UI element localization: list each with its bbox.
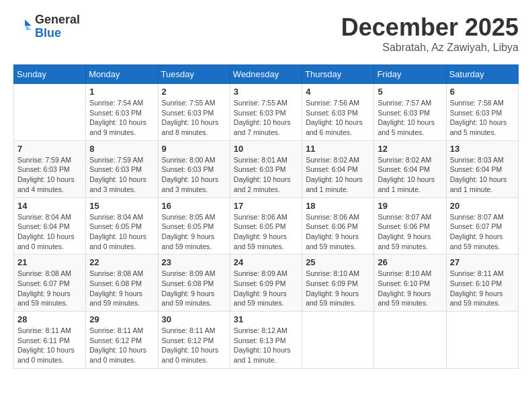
calendar-cell: 4Sunrise: 7:56 AM Sunset: 6:03 PM Daylig…: [302, 84, 374, 141]
cell-content: Sunrise: 8:06 AM Sunset: 6:05 PM Dayligh…: [234, 212, 298, 252]
cell-content: Sunrise: 7:54 AM Sunset: 6:03 PM Dayligh…: [89, 98, 154, 138]
day-number: 7: [17, 144, 82, 154]
weekday-header: Saturday: [446, 65, 518, 84]
day-number: 14: [17, 201, 82, 211]
calendar-table: SundayMondayTuesdayWednesdayThursdayFrid…: [13, 64, 519, 369]
weekday-header-row: SundayMondayTuesdayWednesdayThursdayFrid…: [14, 65, 519, 84]
calendar-cell: 12Sunrise: 8:02 AM Sunset: 6:04 PM Dayli…: [374, 140, 446, 197]
day-number: 26: [378, 257, 442, 267]
day-number: 8: [89, 144, 154, 154]
cell-content: Sunrise: 8:07 AM Sunset: 6:07 PM Dayligh…: [450, 212, 515, 252]
calendar-cell: 7Sunrise: 7:59 AM Sunset: 6:03 PM Daylig…: [14, 140, 86, 197]
cell-content: Sunrise: 8:02 AM Sunset: 6:04 PM Dayligh…: [378, 155, 442, 195]
logo-line2: Blue: [35, 26, 61, 40]
cell-content: Sunrise: 8:05 AM Sunset: 6:05 PM Dayligh…: [162, 212, 226, 252]
svg-marker-0: [25, 19, 31, 26]
calendar-cell: 31Sunrise: 8:12 AM Sunset: 6:13 PM Dayli…: [230, 312, 302, 369]
calendar-cell: 10Sunrise: 8:01 AM Sunset: 6:03 PM Dayli…: [230, 140, 302, 197]
day-number: 5: [378, 87, 442, 97]
cell-content: Sunrise: 8:06 AM Sunset: 6:06 PM Dayligh…: [306, 212, 370, 252]
calendar-cell: 18Sunrise: 8:06 AM Sunset: 6:06 PM Dayli…: [302, 197, 374, 255]
cell-content: Sunrise: 7:56 AM Sunset: 6:03 PM Dayligh…: [306, 98, 370, 138]
cell-content: Sunrise: 8:00 AM Sunset: 6:03 PM Dayligh…: [162, 155, 226, 195]
logo-line1: General: [35, 13, 80, 26]
cell-content: Sunrise: 8:03 AM Sunset: 6:04 PM Dayligh…: [450, 155, 515, 195]
cell-content: Sunrise: 8:02 AM Sunset: 6:04 PM Dayligh…: [306, 155, 370, 195]
cell-content: Sunrise: 8:08 AM Sunset: 6:07 PM Dayligh…: [17, 269, 82, 308]
cell-content: Sunrise: 8:04 AM Sunset: 6:04 PM Dayligh…: [17, 212, 82, 252]
cell-content: Sunrise: 7:58 AM Sunset: 6:03 PM Dayligh…: [450, 98, 515, 138]
day-number: 4: [306, 87, 370, 97]
calendar-cell: 17Sunrise: 8:06 AM Sunset: 6:05 PM Dayli…: [230, 197, 302, 255]
calendar-cell: 26Sunrise: 8:10 AM Sunset: 6:10 PM Dayli…: [374, 255, 446, 312]
weekday-header: Friday: [374, 65, 446, 84]
day-number: 1: [89, 87, 154, 97]
day-number: 13: [450, 144, 515, 154]
cell-content: Sunrise: 8:08 AM Sunset: 6:08 PM Dayligh…: [89, 269, 154, 308]
day-number: 30: [162, 314, 226, 324]
month-title: December 2025: [341, 13, 519, 42]
day-number: 22: [89, 257, 154, 267]
calendar-cell: [374, 312, 446, 369]
cell-content: Sunrise: 7:55 AM Sunset: 6:03 PM Dayligh…: [162, 98, 226, 138]
cell-content: Sunrise: 8:07 AM Sunset: 6:06 PM Dayligh…: [378, 212, 442, 252]
calendar-week-row: 7Sunrise: 7:59 AM Sunset: 6:03 PM Daylig…: [14, 140, 519, 197]
calendar-cell: 5Sunrise: 7:57 AM Sunset: 6:03 PM Daylig…: [374, 84, 446, 141]
calendar-cell: 16Sunrise: 8:05 AM Sunset: 6:05 PM Dayli…: [158, 197, 230, 255]
calendar-cell: 20Sunrise: 8:07 AM Sunset: 6:07 PM Dayli…: [446, 197, 518, 255]
day-number: 17: [234, 201, 298, 211]
calendar-cell: 23Sunrise: 8:09 AM Sunset: 6:08 PM Dayli…: [158, 255, 230, 312]
day-number: 28: [17, 314, 82, 324]
calendar-week-row: 21Sunrise: 8:08 AM Sunset: 6:07 PM Dayli…: [14, 255, 519, 312]
day-number: 31: [234, 314, 298, 324]
calendar-cell: 2Sunrise: 7:55 AM Sunset: 6:03 PM Daylig…: [158, 84, 230, 141]
day-number: 27: [450, 257, 515, 267]
day-number: 2: [162, 87, 226, 97]
cell-content: Sunrise: 7:55 AM Sunset: 6:03 PM Dayligh…: [234, 98, 298, 138]
logo-text: General Blue: [35, 13, 80, 40]
day-number: 20: [450, 201, 515, 211]
day-number: 18: [306, 201, 370, 211]
day-number: 12: [378, 144, 442, 154]
cell-content: Sunrise: 8:10 AM Sunset: 6:10 PM Dayligh…: [378, 269, 442, 308]
calendar-cell: 27Sunrise: 8:11 AM Sunset: 6:10 PM Dayli…: [446, 255, 518, 312]
day-number: 21: [17, 257, 82, 267]
cell-content: Sunrise: 8:11 AM Sunset: 6:10 PM Dayligh…: [450, 269, 515, 308]
cell-content: Sunrise: 7:59 AM Sunset: 6:03 PM Dayligh…: [17, 155, 82, 195]
cell-content: Sunrise: 7:57 AM Sunset: 6:03 PM Dayligh…: [378, 98, 442, 138]
calendar-cell: 19Sunrise: 8:07 AM Sunset: 6:06 PM Dayli…: [374, 197, 446, 255]
calendar-week-row: 28Sunrise: 8:11 AM Sunset: 6:11 PM Dayli…: [14, 312, 519, 369]
calendar-cell: 29Sunrise: 8:11 AM Sunset: 6:12 PM Dayli…: [86, 312, 158, 369]
day-number: 19: [378, 201, 442, 211]
calendar-cell: 8Sunrise: 7:59 AM Sunset: 6:03 PM Daylig…: [86, 140, 158, 197]
calendar-cell: 22Sunrise: 8:08 AM Sunset: 6:08 PM Dayli…: [86, 255, 158, 312]
calendar-cell: 14Sunrise: 8:04 AM Sunset: 6:04 PM Dayli…: [14, 197, 86, 255]
logo-icon: [13, 17, 32, 36]
page-header: General Blue December 2025 Sabratah, Az …: [13, 13, 519, 54]
calendar-cell: [446, 312, 518, 369]
calendar-cell: 24Sunrise: 8:09 AM Sunset: 6:09 PM Dayli…: [230, 255, 302, 312]
cell-content: Sunrise: 8:09 AM Sunset: 6:08 PM Dayligh…: [162, 269, 226, 308]
cell-content: Sunrise: 8:09 AM Sunset: 6:09 PM Dayligh…: [234, 269, 298, 308]
title-section: December 2025 Sabratah, Az Zawiyah, Liby…: [341, 13, 519, 54]
calendar-cell: 28Sunrise: 8:11 AM Sunset: 6:11 PM Dayli…: [14, 312, 86, 369]
logo: General Blue: [13, 13, 80, 40]
calendar-cell: 11Sunrise: 8:02 AM Sunset: 6:04 PM Dayli…: [302, 140, 374, 197]
calendar-week-row: 14Sunrise: 8:04 AM Sunset: 6:04 PM Dayli…: [14, 197, 519, 255]
calendar-cell: 6Sunrise: 7:58 AM Sunset: 6:03 PM Daylig…: [446, 84, 518, 141]
day-number: 10: [234, 144, 298, 154]
cell-content: Sunrise: 8:04 AM Sunset: 6:05 PM Dayligh…: [89, 212, 154, 252]
calendar-cell: 21Sunrise: 8:08 AM Sunset: 6:07 PM Dayli…: [14, 255, 86, 312]
cell-content: Sunrise: 8:11 AM Sunset: 6:11 PM Dayligh…: [17, 326, 82, 365]
cell-content: Sunrise: 8:11 AM Sunset: 6:12 PM Dayligh…: [89, 326, 154, 365]
calendar-week-row: 1Sunrise: 7:54 AM Sunset: 6:03 PM Daylig…: [14, 84, 519, 141]
cell-content: Sunrise: 8:11 AM Sunset: 6:12 PM Dayligh…: [162, 326, 226, 365]
weekday-header: Wednesday: [230, 65, 302, 84]
day-number: 29: [89, 314, 154, 324]
calendar-cell: 30Sunrise: 8:11 AM Sunset: 6:12 PM Dayli…: [158, 312, 230, 369]
calendar-cell: [302, 312, 374, 369]
weekday-header: Tuesday: [158, 65, 230, 84]
cell-content: Sunrise: 8:01 AM Sunset: 6:03 PM Dayligh…: [234, 155, 298, 195]
day-number: 9: [162, 144, 226, 154]
day-number: 11: [306, 144, 370, 154]
